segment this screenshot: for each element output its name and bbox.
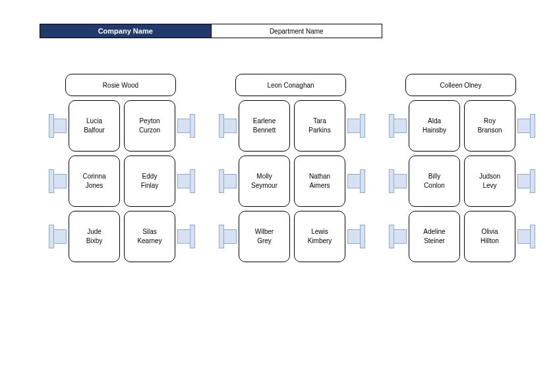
cluster-head: Colleen Olney bbox=[405, 74, 516, 96]
seat-row: Adeline Steiner Olivia Hillton bbox=[393, 211, 529, 262]
seat-card: Billy Conlon bbox=[409, 155, 460, 207]
chair-icon bbox=[389, 225, 406, 248]
chair-icon bbox=[518, 169, 535, 193]
seat-card: Lucia Balfour bbox=[69, 100, 120, 152]
chair-icon bbox=[178, 114, 195, 138]
seat-card: Silas Kearney bbox=[124, 211, 175, 262]
chair-icon bbox=[348, 169, 365, 193]
department-name-cell: Department Name bbox=[212, 24, 383, 38]
seat-card: Molly Seymour bbox=[239, 155, 290, 207]
seat-row: Billy Conlon Judson Levy bbox=[393, 155, 529, 207]
cluster-rows: Alda Hainsby Roy Branson Billy Conlon Ju… bbox=[393, 100, 529, 262]
chair-icon bbox=[219, 114, 236, 138]
cluster-rows: Earlene Bennett Tara Parkins Molly Seymo… bbox=[223, 100, 359, 262]
seating-chart-page: Company Name Department Name Rosie Wood … bbox=[0, 0, 555, 392]
seat-row: Jude Bixby Silas Kearney bbox=[53, 211, 189, 262]
chair-icon bbox=[219, 169, 236, 193]
company-name-cell: Company Name bbox=[40, 24, 212, 38]
seat-card: Tara Parkins bbox=[294, 100, 345, 152]
seat-card: Judson Levy bbox=[464, 155, 515, 207]
cluster-1: Leon Conaghan Earlene Bennett Tara Parki… bbox=[223, 74, 359, 262]
seat-card: Alda Hainsby bbox=[409, 100, 460, 152]
cluster-2: Colleen Olney Alda Hainsby Roy Branson B… bbox=[393, 74, 529, 262]
cluster-head: Rosie Wood bbox=[65, 74, 176, 96]
seat-card: Roy Branson bbox=[464, 100, 515, 152]
seat-card: Eddy Finlay bbox=[124, 155, 175, 207]
chair-icon bbox=[348, 114, 365, 138]
seat-card: Peyton Curzon bbox=[124, 100, 175, 152]
chair-icon bbox=[389, 169, 406, 193]
chair-icon bbox=[389, 114, 406, 138]
seat-card: Jude Bixby bbox=[69, 211, 120, 262]
seat-card: Adeline Steiner bbox=[409, 211, 460, 262]
seat-row: Lucia Balfour Peyton Curzon bbox=[53, 100, 189, 152]
seat-card: Earlene Bennett bbox=[239, 100, 290, 152]
cluster-0: Rosie Wood Lucia Balfour Peyton Curzon C… bbox=[53, 74, 189, 262]
seat-card: Lewis Kimbery bbox=[294, 211, 345, 262]
chair-icon bbox=[518, 225, 535, 248]
chair-icon bbox=[178, 169, 195, 193]
chair-icon bbox=[178, 225, 195, 248]
cluster-rows: Lucia Balfour Peyton Curzon Corinna Jone… bbox=[53, 100, 189, 262]
seat-card: Corinna Jones bbox=[69, 155, 120, 207]
header-row: Company Name Department Name bbox=[40, 24, 382, 38]
cluster-head: Leon Conaghan bbox=[235, 74, 346, 96]
seat-row: Earlene Bennett Tara Parkins bbox=[223, 100, 359, 152]
seat-row: Corinna Jones Eddy Finlay bbox=[53, 155, 189, 207]
chair-icon bbox=[518, 114, 535, 138]
chair-icon bbox=[49, 169, 66, 193]
seat-row: Alda Hainsby Roy Branson bbox=[393, 100, 529, 152]
seating-clusters: Rosie Wood Lucia Balfour Peyton Curzon C… bbox=[53, 74, 529, 262]
seat-row: Wilber Grey Lewis Kimbery bbox=[223, 211, 359, 262]
chair-icon bbox=[348, 225, 365, 248]
chair-icon bbox=[49, 114, 66, 138]
seat-card: Olivia Hillton bbox=[464, 211, 515, 262]
seat-card: Nathan Aimers bbox=[294, 155, 345, 207]
seat-row: Molly Seymour Nathan Aimers bbox=[223, 155, 359, 207]
seat-card: Wilber Grey bbox=[239, 211, 290, 262]
chair-icon bbox=[219, 225, 236, 248]
chair-icon bbox=[49, 225, 66, 248]
